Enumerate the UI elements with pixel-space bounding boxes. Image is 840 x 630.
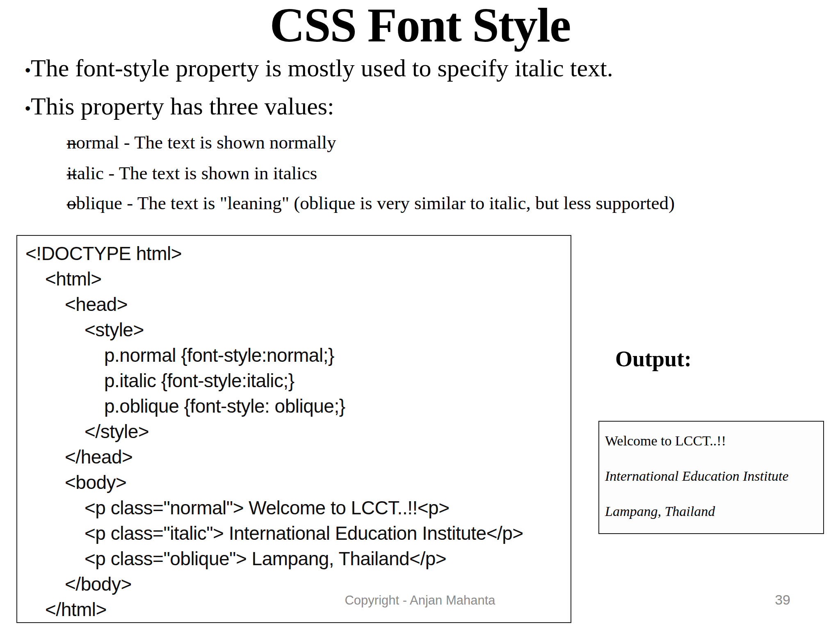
footer-copyright: Copyright - Anjan Mahanta — [0, 593, 840, 608]
sub-bullet-text: oblique - The text is "leaning" (oblique… — [67, 192, 675, 214]
code-line: </style> — [17, 419, 571, 444]
code-line: <style> — [17, 317, 571, 342]
bullet-dash-marker: – — [0, 162, 67, 184]
code-line: <head> — [17, 292, 571, 317]
bullet-dash-marker: – — [0, 131, 67, 153]
sub-bullet-text: italic - The text is shown in italics — [67, 162, 317, 184]
sub-bullet-text: normal - The text is shown normally — [67, 131, 336, 153]
sub-bullet-item: – oblique - The text is "leaning" (obliq… — [0, 192, 840, 214]
code-line: <p class="italic"> International Educati… — [17, 520, 571, 546]
page-title: CSS Font Style — [0, 1, 840, 50]
code-line: <p class="oblique"> Lampang, Thailand</p… — [17, 546, 571, 571]
code-line: <p class="normal"> Welcome to LCCT..!!<p… — [17, 495, 571, 520]
code-line: </head> — [17, 444, 571, 470]
code-line: <body> — [17, 470, 571, 495]
sub-bullet-item: – normal - The text is shown normally — [0, 131, 840, 153]
code-line: p.italic {font-style:italic;} — [17, 368, 571, 393]
bullet-dash-marker: – — [0, 192, 67, 214]
slide: CSS Font Style • The font-style property… — [0, 0, 840, 630]
code-line: <!DOCTYPE html> — [17, 241, 571, 266]
bullet-dot-marker: • — [0, 56, 31, 85]
bullet-item: • The font-style property is mostly used… — [0, 54, 840, 85]
code-line: p.normal {font-style:normal;} — [17, 342, 571, 368]
sub-bullet-item: – italic - The text is shown in italics — [0, 162, 840, 184]
output-line-normal: Welcome to LCCT..!! — [605, 423, 819, 459]
output-line-italic: International Education Institute — [605, 459, 819, 494]
output-preview-box: Welcome to LCCT..!! International Educat… — [598, 421, 824, 534]
bullet-text: The font-style property is mostly used t… — [31, 54, 613, 82]
bullet-item: • This property has three values: — [0, 92, 840, 123]
code-line: p.oblique {font-style: oblique;} — [17, 393, 571, 419]
output-label: Output: — [615, 347, 692, 371]
bullet-text: This property has three values: — [31, 92, 334, 121]
output-line-oblique: Lampang, Thailand — [605, 494, 819, 529]
footer-page-number: 39 — [775, 592, 790, 608]
bullet-dot-marker: • — [0, 94, 31, 123]
code-block: <!DOCTYPE html> <html> <head> <style> p.… — [16, 235, 571, 623]
code-line: <html> — [17, 266, 571, 292]
